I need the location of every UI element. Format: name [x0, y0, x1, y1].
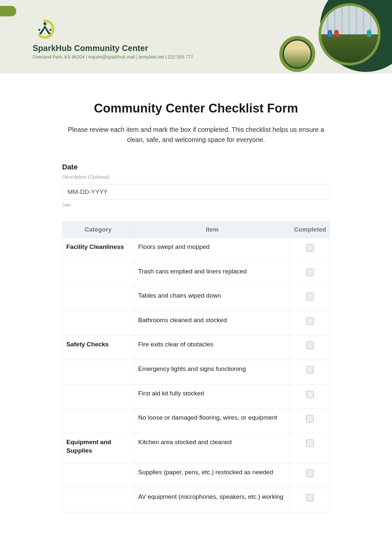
- cell-item: First aid kit fully stocked: [134, 385, 290, 409]
- svg-point-3: [50, 29, 52, 31]
- col-header-category: Category: [62, 221, 134, 238]
- hero-photo-large: [318, 3, 381, 65]
- org-name: SparkHub Community Center: [33, 43, 193, 53]
- cell-completed: [290, 385, 330, 409]
- checkbox[interactable]: [306, 439, 314, 447]
- checkbox[interactable]: [306, 469, 314, 477]
- table-row: Equipment and SuppliesKitchen area stock…: [62, 433, 330, 463]
- table-row: Supplies (paper, pens, etc.) restocked a…: [62, 463, 330, 488]
- org-contact-line: Overland Park, KS 66204 | inquire@sparkh…: [33, 54, 193, 60]
- cell-item: Kitchen area stocked and cleaned: [134, 433, 290, 463]
- cell-item: Tables and chairs wiped down: [134, 287, 290, 311]
- svg-point-1: [43, 22, 46, 25]
- cell-item: No loose or damaged flooring, wires, or …: [134, 409, 290, 433]
- table-row: First aid kit fully stocked: [62, 385, 330, 409]
- cell-item: Emergency lights and signs functioning: [134, 360, 290, 385]
- checkbox[interactable]: [306, 341, 314, 349]
- cell-category: Safety Checks: [62, 336, 134, 360]
- cell-category: [62, 463, 134, 488]
- checkbox[interactable]: [306, 244, 314, 252]
- date-label: Date: [62, 163, 330, 171]
- cell-item: Floors swept and mopped: [134, 238, 290, 263]
- cell-item: Fire exits clear of obstacles: [134, 336, 290, 360]
- table-row: No loose or damaged flooring, wires, or …: [62, 409, 330, 433]
- table-row: Trash cans emptied and liners replaced: [62, 263, 330, 287]
- hero-photo-small: [283, 39, 312, 69]
- checkbox[interactable]: [306, 269, 314, 276]
- brand-block: SparkHub Community Center Overland Park,…: [33, 16, 193, 60]
- col-header-item: Item: [134, 221, 290, 238]
- checkbox[interactable]: [306, 494, 314, 502]
- checkbox[interactable]: [306, 415, 314, 423]
- cell-category: [62, 488, 134, 512]
- cell-completed: [290, 488, 330, 512]
- cell-category: [62, 287, 134, 311]
- checkbox[interactable]: [306, 293, 314, 301]
- date-description: Description (Optional): [62, 174, 330, 180]
- cell-completed: [290, 336, 330, 360]
- cell-completed: [290, 311, 330, 336]
- cell-category: [62, 311, 134, 336]
- cell-completed: [290, 463, 330, 488]
- table-row: AV equipment (microphones, speakers, etc…: [62, 488, 330, 512]
- hero-photo-small-ring: [279, 36, 315, 72]
- form-title: Community Center Checklist Form: [62, 101, 330, 115]
- form-intro: Please review each item and mark the box…: [62, 125, 330, 145]
- date-sublabel: Date: [62, 202, 330, 207]
- cell-category: [62, 263, 134, 287]
- table-row: Tables and chairs wiped down: [62, 287, 330, 311]
- cell-completed: [290, 263, 330, 287]
- cell-completed: [290, 409, 330, 433]
- cell-category: [62, 360, 134, 385]
- cell-category: [62, 409, 134, 433]
- table-row: Bathrooms cleaned and stocked: [62, 311, 330, 336]
- table-row: Facility CleanlinessFloors swept and mop…: [62, 238, 330, 263]
- cell-completed: [290, 287, 330, 311]
- cell-item: Bathrooms cleaned and stocked: [134, 311, 290, 336]
- cell-item: Supplies (paper, pens, etc.) restocked a…: [134, 463, 290, 488]
- cell-category: Facility Cleanliness: [62, 238, 134, 263]
- cell-completed: [290, 360, 330, 385]
- checkbox[interactable]: [306, 366, 314, 374]
- letterhead: SparkHub Community Center Overland Park,…: [0, 0, 392, 74]
- cell-item: AV equipment (microphones, speakers, etc…: [134, 488, 290, 512]
- table-row: Emergency lights and signs functioning: [62, 360, 330, 385]
- cell-completed: [290, 433, 330, 463]
- cell-item: Trash cans emptied and liners replaced: [134, 263, 290, 287]
- date-field-group: Date Description (Optional) Date: [62, 163, 330, 207]
- form-content: Community Center Checklist Form Please r…: [62, 101, 330, 512]
- date-input[interactable]: [62, 184, 330, 200]
- checkbox[interactable]: [306, 391, 314, 398]
- cell-category: [62, 385, 134, 409]
- svg-point-2: [38, 29, 40, 31]
- checkbox[interactable]: [306, 317, 314, 325]
- cell-completed: [290, 238, 330, 263]
- checklist-table: Category Item Completed Facility Cleanli…: [62, 221, 330, 512]
- decorative-pill: [0, 6, 16, 16]
- org-logo-icon: [33, 16, 57, 41]
- cell-category: Equipment and Supplies: [62, 433, 134, 463]
- col-header-completed: Completed: [290, 221, 330, 238]
- table-row: Safety ChecksFire exits clear of obstacl…: [62, 336, 330, 360]
